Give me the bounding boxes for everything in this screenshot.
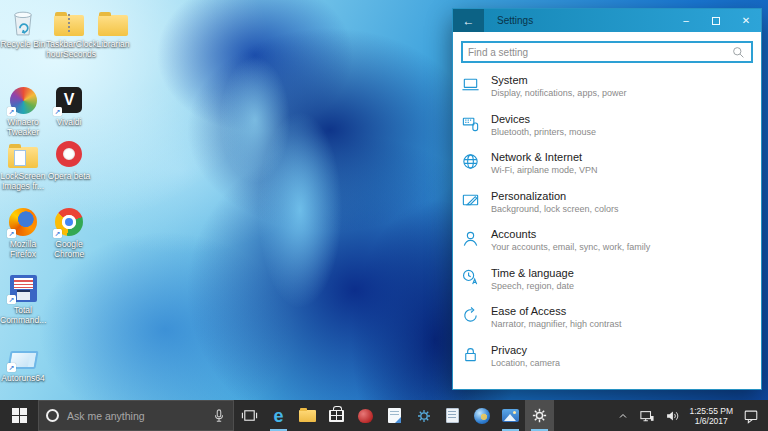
earth-app-icon: [474, 408, 490, 424]
network-icon: [639, 409, 655, 423]
caption-buttons: – ✕: [671, 9, 761, 32]
desktop-icon-chrome[interactable]: ↗ Google Chrome: [46, 206, 92, 259]
shortcut-arrow-icon: ↗: [53, 107, 62, 116]
desktop-icon-firefox[interactable]: ↗ Mozilla Firefox: [0, 206, 46, 259]
shortcut-arrow-icon: ↗: [7, 295, 16, 304]
category-subtitle: Bluetooth, printers, mouse: [491, 127, 596, 138]
settings-category-privacy[interactable]: Privacy Location, camera: [461, 344, 753, 383]
chrome-icon: ↗: [53, 206, 85, 238]
settings-category-devices[interactable]: Devices Bluetooth, printers, mouse: [461, 113, 753, 152]
edge-icon: e: [273, 407, 283, 425]
taskbar-app-settings[interactable]: [525, 400, 554, 431]
cortana-search-box[interactable]: Ask me anything: [38, 400, 234, 431]
desktop-icon-label: Winaero Tweaker: [0, 118, 46, 137]
category-title: Privacy: [491, 344, 560, 357]
settings-category-time-language[interactable]: Time & language Speech, region, date: [461, 267, 753, 306]
settings-category-personalization[interactable]: Personalization Background, lock screen,…: [461, 190, 753, 229]
category-title: Network & Internet: [491, 151, 598, 164]
tray-chevron-up[interactable]: [612, 400, 634, 431]
back-button[interactable]: ←: [453, 9, 484, 32]
folder-icon: [7, 138, 39, 170]
category-subtitle: Location, camera: [491, 358, 560, 369]
taskbar-app-earth[interactable]: [467, 400, 496, 431]
settings-category-system[interactable]: System Display, notifications, apps, pow…: [461, 74, 753, 113]
settings-categories: System Display, notifications, apps, pow…: [461, 74, 753, 382]
desktop-icon-label: Recycle Bin: [0, 40, 46, 50]
desktop-icon-taskbarclock-zip[interactable]: TaskbarClock hourSeconds: [46, 6, 92, 59]
taskbar-app-file-explorer[interactable]: [293, 400, 322, 431]
taskbar-app-blue-gear-app[interactable]: [409, 400, 438, 431]
category-subtitle: Display, notifications, apps, power: [491, 88, 626, 99]
desktop-icon-label: Mozilla Firefox: [0, 240, 46, 259]
taskbar-app-document-app[interactable]: [380, 400, 409, 431]
personalization-icon: [461, 190, 491, 229]
desktop-icon-label: Total Command...: [0, 306, 46, 325]
tray-clock[interactable]: 1:25:55 PM 1/6/2017: [685, 400, 738, 431]
desktop-icon-opera-beta[interactable]: Opera beta: [46, 138, 92, 182]
opera-icon: [53, 138, 85, 170]
settings-search-input[interactable]: [463, 47, 732, 58]
settings-category-ease-of-access[interactable]: Ease of Access Narrator, magnifier, high…: [461, 305, 753, 344]
tray-network[interactable]: [634, 400, 660, 431]
chevron-up-icon: [617, 410, 629, 422]
category-title: System: [491, 74, 626, 87]
desktop-icon-lockscreen-images[interactable]: LockScreen Images fr...: [0, 138, 46, 191]
search-icon: [732, 46, 745, 59]
desktop-icon-label: Librarian: [90, 40, 136, 50]
desktop-icon-label: Autoruns64: [0, 374, 46, 384]
desktop-icon-total-commander[interactable]: ↗ Total Command...: [0, 272, 46, 325]
desktop-icon-label: TaskbarClock hourSeconds: [46, 40, 92, 59]
taskbar-app-imaging[interactable]: [496, 400, 525, 431]
settings-gear-icon: [531, 407, 548, 424]
store-icon: [329, 410, 344, 422]
document-app-icon: [388, 408, 401, 423]
desktop-icon-label: Google Chrome: [46, 240, 92, 259]
desktop-icon-autoruns64[interactable]: ↗ Autoruns64: [0, 340, 46, 384]
search-placeholder-text: Ask me anything: [67, 410, 212, 422]
vivaldi-icon: V↗: [53, 84, 85, 116]
titlebar: ← Settings – ✕: [453, 9, 761, 32]
desktop-icon-winaero-tweaker[interactable]: ↗ Winaero Tweaker: [0, 84, 46, 137]
taskbar-app-microsoft-edge[interactable]: e: [264, 400, 293, 431]
taskbar-app-red-app[interactable]: [351, 400, 380, 431]
tray-volume[interactable]: [660, 400, 685, 431]
globe-icon: [461, 151, 491, 190]
lock-icon: [461, 344, 491, 383]
desktop-icon-vivaldi[interactable]: V↗ Vivaldi: [46, 84, 92, 128]
settings-body: System Display, notifications, apps, pow…: [453, 32, 761, 382]
desktop-icon-librarian[interactable]: Librarian: [90, 6, 136, 50]
category-title: Accounts: [491, 228, 650, 241]
maximize-icon: [712, 17, 720, 25]
category-title: Time & language: [491, 267, 574, 280]
system-tray: 1:25:55 PM 1/6/2017: [612, 400, 768, 431]
devices-icon: [461, 113, 491, 152]
shortcut-arrow-icon: ↗: [7, 229, 16, 238]
cortana-icon: [46, 409, 59, 422]
desktop: Recycle Bin TaskbarClock hourSeconds Lib…: [0, 0, 768, 431]
taskbar-app-notepad[interactable]: [438, 400, 467, 431]
tray-action-center[interactable]: [738, 400, 764, 431]
red-app-icon: [358, 409, 373, 423]
settings-category-accounts[interactable]: Accounts Your accounts, email, sync, wor…: [461, 228, 753, 267]
task-view-button[interactable]: [234, 400, 264, 431]
maximize-button[interactable]: [701, 9, 731, 32]
imaging-app-icon: [502, 409, 519, 422]
close-button[interactable]: ✕: [731, 9, 761, 32]
minimize-button[interactable]: –: [671, 9, 701, 32]
settings-category-network[interactable]: Network & Internet Wi-Fi, airplane mode,…: [461, 151, 753, 190]
category-subtitle: Wi-Fi, airplane mode, VPN: [491, 165, 598, 176]
person-icon: [461, 228, 491, 267]
desktop-icon-recycle-bin[interactable]: Recycle Bin: [0, 6, 46, 50]
desktop-icon-label: LockScreen Images fr...: [0, 172, 46, 191]
recycle-bin-icon: [7, 6, 39, 38]
speaker-icon: [665, 409, 680, 423]
taskbar-app-windows-store[interactable]: [322, 400, 351, 431]
microphone-icon[interactable]: [212, 408, 226, 424]
start-button[interactable]: [0, 400, 38, 431]
blue-gear-app-icon: [416, 408, 432, 424]
taskbar: Ask me anything e: [0, 400, 768, 431]
total-commander-icon: ↗: [7, 272, 39, 304]
desktop-icon-label: Vivaldi: [46, 118, 92, 128]
category-title: Ease of Access: [491, 305, 622, 318]
clock-language-icon: [461, 267, 491, 306]
